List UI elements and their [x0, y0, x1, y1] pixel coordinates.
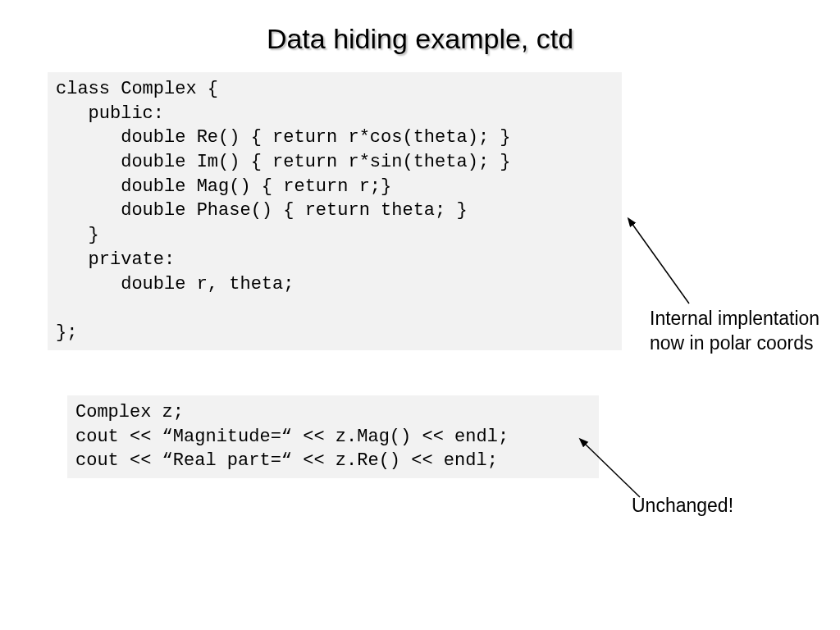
code-block-class-definition: class Complex { public: double Re() { re… — [48, 72, 622, 350]
annotation-text-line1: Internal implentation — [650, 308, 819, 329]
arrow-icon — [615, 213, 714, 320]
svg-line-0 — [632, 223, 689, 304]
annotation-polar-coords: Internal implentation now in polar coord… — [650, 307, 838, 356]
slide-title: Data hiding example, ctd — [0, 23, 840, 55]
annotation-unchanged: Unchanged! — [632, 494, 733, 518]
code-block-usage: Complex z; cout << “Magnitude=“ << z.Mag… — [67, 395, 599, 478]
annotation-text-line2: now in polar coords — [650, 332, 813, 354]
